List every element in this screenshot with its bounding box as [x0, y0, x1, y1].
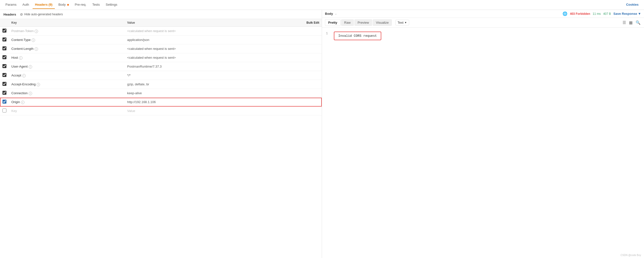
empty-row-checkbox[interactable]	[2, 109, 6, 112]
resp-tab-raw[interactable]: Raw	[341, 19, 354, 26]
info-icon-0[interactable]: i	[34, 30, 38, 33]
empty-key-cell[interactable]: Key	[9, 107, 125, 115]
tab-prereq[interactable]: Pre-req.	[72, 1, 89, 9]
header-value-6: gzip, deflate, br	[125, 80, 272, 89]
main-layout: Headers ⊘ Hide auto-generated headers Ke…	[0, 10, 644, 258]
header-key-7: Connectioni	[9, 89, 125, 98]
body-dot	[67, 4, 69, 6]
tab-auth[interactable]: Auth	[20, 1, 32, 9]
header-value-3: <calculated when request is sent>	[125, 53, 272, 62]
request-tabs: Params Auth Headers (9) Body Pre-req. Te…	[0, 0, 644, 10]
header-bulk-cell-7	[272, 89, 322, 98]
header-row-checkbox-3[interactable]	[2, 55, 6, 59]
info-icon-8[interactable]: i	[21, 101, 24, 104]
empty-value-cell[interactable]: Value	[125, 107, 272, 115]
col-bulk-edit[interactable]: Bulk Edit	[272, 19, 322, 27]
headers-toolbar: Headers ⊘ Hide auto-generated headers	[0, 10, 322, 19]
copy-icon[interactable]: ▦	[628, 20, 633, 25]
tab-body[interactable]: Body	[56, 1, 71, 9]
table-empty-row: Key Value	[0, 107, 322, 115]
response-meta: 🌐 403 Forbidden 11 ms 407 B Save Respons…	[562, 11, 641, 16]
eye-slash-icon: ⊘	[20, 12, 23, 16]
table-header-row: Key Value Bulk Edit	[0, 19, 322, 27]
code-line-1: 1 Invalid CORS request	[326, 31, 640, 40]
chevron-down-icon: ▼	[638, 12, 641, 15]
header-row-checkbox-7[interactable]	[2, 91, 6, 95]
toolbar-icons: ☰ ▦ 🔍	[622, 20, 641, 25]
header-key-8: Origini	[9, 98, 125, 107]
header-key-2: Content-Lengthi	[9, 44, 125, 53]
header-key-5: Accepti	[9, 71, 125, 80]
header-value-0: <calculated when request is sent>	[125, 27, 272, 35]
header-value-4: PostmanRuntime/7.37.3	[125, 62, 272, 71]
hide-auto-generated-button[interactable]: ⊘ Hide auto-generated headers	[18, 12, 64, 17]
response-tabs: Pretty Raw Preview Visualize Text ▼ ☰ ▦ …	[322, 18, 644, 28]
table-row: Accepti*/*	[0, 71, 322, 80]
header-row-checkbox-5[interactable]	[2, 73, 6, 77]
right-panel: Body ⌵ 🌐 403 Forbidden 11 ms 407 B Save …	[322, 10, 644, 258]
table-row: Hosti<calculated when request is sent>	[0, 53, 322, 62]
info-icon-2[interactable]: i	[34, 47, 38, 51]
cors-error-text: Invalid CORS request	[338, 34, 377, 38]
resp-tab-preview[interactable]: Preview	[354, 19, 372, 26]
info-icon-3[interactable]: i	[19, 56, 22, 60]
search-icon[interactable]: 🔍	[635, 20, 641, 25]
table-row: Accept-Encodingigzip, deflate, br	[0, 80, 322, 89]
header-row-checkbox-6[interactable]	[2, 82, 6, 86]
info-icon-1[interactable]: i	[32, 38, 35, 42]
header-row-checkbox-0[interactable]	[2, 29, 6, 32]
header-bulk-cell-1	[272, 35, 322, 44]
chevron-down-icon: ▼	[404, 21, 407, 24]
header-key-3: Hosti	[9, 53, 125, 62]
tab-settings[interactable]: Settings	[103, 1, 120, 9]
info-icon-7[interactable]: i	[29, 92, 32, 95]
resp-tab-visualize[interactable]: Visualize	[372, 19, 392, 26]
response-size: 407 B	[603, 12, 611, 15]
status-badge: 403 Forbidden	[570, 12, 590, 15]
header-key-1: Content-Typei	[9, 35, 125, 44]
cors-error-box: Invalid CORS request	[334, 31, 381, 40]
line-number: 1	[326, 31, 331, 35]
header-row-checkbox-1[interactable]	[2, 37, 6, 41]
headers-panel-title: Headers	[4, 12, 16, 16]
format-selector[interactable]: Text ▼	[395, 20, 409, 25]
resp-tab-pretty[interactable]: Pretty	[325, 19, 340, 26]
headers-table: Key Value Bulk Edit Postman-Tokeni<calcu…	[0, 19, 322, 258]
chevron-down-icon[interactable]: ⌵	[335, 12, 336, 15]
header-value-2: <calculated when request is sent>	[125, 44, 272, 53]
format-lines-icon[interactable]: ☰	[622, 20, 626, 25]
response-body-label: Body	[325, 12, 333, 15]
header-value-8: http://192.168.1.106	[125, 98, 272, 107]
header-key-0: Postman-Tokeni	[9, 27, 125, 35]
header-row-checkbox-2[interactable]	[2, 46, 6, 50]
info-icon-6[interactable]: i	[36, 83, 40, 86]
tab-tests[interactable]: Tests	[90, 1, 102, 9]
response-body-content: 1 Invalid CORS request	[322, 28, 644, 258]
header-bulk-cell-6	[272, 80, 322, 89]
header-value-1: application/json	[125, 35, 272, 44]
header-row-checkbox-4[interactable]	[2, 64, 6, 68]
header-bulk-cell-8	[272, 98, 322, 107]
response-time: 11 ms	[593, 12, 601, 15]
response-header: Body ⌵ 🌐 403 Forbidden 11 ms 407 B Save …	[322, 10, 644, 18]
header-row-checkbox-8[interactable]	[2, 100, 6, 104]
table-row: Content-Lengthi<calculated when request …	[0, 44, 322, 53]
header-value-7: keep-alive	[125, 89, 272, 98]
info-icon-4[interactable]: i	[29, 65, 32, 69]
tab-params[interactable]: Params	[3, 1, 19, 9]
globe-icon: 🌐	[562, 11, 568, 16]
table-row: Originihttp://192.168.1.106	[0, 98, 322, 107]
tab-headers[interactable]: Headers (9)	[32, 1, 55, 9]
header-bulk-cell-2	[272, 44, 322, 53]
tab-cookies[interactable]: Cookies	[624, 1, 641, 9]
col-key: Key	[9, 19, 125, 27]
info-icon-5[interactable]: i	[22, 74, 26, 77]
table-row: User-AgentiPostmanRuntime/7.37.3	[0, 62, 322, 71]
header-key-4: User-Agenti	[9, 62, 125, 71]
save-response-button[interactable]: Save Response ▼	[614, 12, 641, 15]
empty-bulk-cell	[272, 107, 322, 115]
header-bulk-cell-5	[272, 71, 322, 80]
left-panel: Headers ⊘ Hide auto-generated headers Ke…	[0, 10, 322, 258]
header-bulk-cell-0	[272, 27, 322, 35]
table-row: Connectionikeep-alive	[0, 89, 322, 98]
